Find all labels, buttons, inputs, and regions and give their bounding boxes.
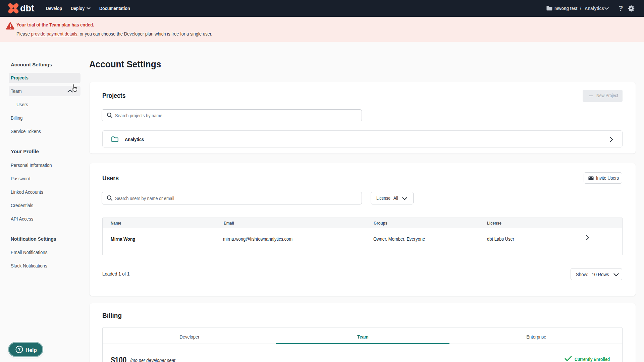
svg-text:?: ? [18,347,21,352]
